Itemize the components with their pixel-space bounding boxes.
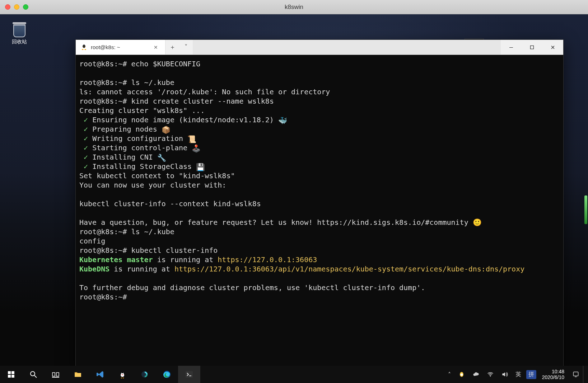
svg-rect-11 (11, 375, 14, 378)
close-button[interactable] (542, 40, 563, 55)
term-line: Creating cluster "wslk8s" ... (79, 106, 205, 115)
maximize-button[interactable] (522, 40, 542, 55)
svg-rect-8 (8, 371, 11, 374)
terminal-tab-actions: ＋ ˅ (165, 40, 193, 55)
svg-rect-14 (52, 373, 55, 376)
ime-mode-label: 拼 (528, 371, 534, 378)
svg-point-4 (82, 49, 84, 49)
term-line: kubectl cluster-info --context kind-wslk… (79, 199, 261, 208)
recycle-bin-label: 回收站 (8, 39, 31, 45)
qq-button[interactable] (111, 366, 134, 383)
term-line: root@k8s:~# ls ~/.kube (79, 78, 174, 87)
recycle-bin[interactable]: 回收站 (8, 21, 31, 45)
svg-point-2 (83, 46, 84, 46)
term-prompt: root@k8s:~# (79, 293, 131, 301)
minimize-button[interactable] (501, 40, 522, 55)
recycle-bin-icon (11, 21, 28, 37)
check-icon: ✓ (84, 153, 88, 161)
vscode-button[interactable] (89, 366, 111, 383)
tray-wifi-icon[interactable] (483, 366, 498, 383)
svg-rect-10 (8, 375, 11, 378)
start-button[interactable] (0, 366, 22, 383)
ime-mode-button[interactable]: 拼 (526, 370, 536, 379)
svg-rect-16 (52, 377, 59, 378)
taskbar-right: ˄ 英 拼 10:48 (444, 366, 588, 383)
browser-swirl-icon (140, 370, 149, 379)
wrench-icon: 🔧 (157, 153, 164, 160)
disk-icon: 💾 (196, 162, 203, 169)
ime-lang-button[interactable]: 英 (512, 366, 525, 383)
svg-rect-6 (509, 47, 513, 48)
svg-point-12 (31, 372, 35, 376)
vscode-icon (96, 370, 104, 379)
box-icon: 📦 (162, 125, 169, 132)
search-icon (29, 370, 38, 379)
terminal-body[interactable]: root@k8s:~# echo $KUBECONFIG root@k8s:~#… (76, 55, 563, 367)
clock-time: 10:48 (542, 369, 564, 374)
term-line: Have a question, bug, or feature request… (79, 218, 482, 227)
svg-point-5 (85, 49, 87, 49)
term-text: is running at (109, 265, 174, 273)
kubedns-label: KubeDNS (79, 265, 109, 273)
term-line: Installing CNI (92, 153, 153, 161)
svg-point-20 (123, 373, 123, 374)
term-line: Writing configuration (92, 134, 183, 143)
tab-dropdown-button[interactable]: ˅ (179, 43, 193, 51)
term-line: root@k8s:~# ls ~/.kube (79, 227, 174, 236)
linux-icon (81, 44, 87, 51)
taskview-button[interactable] (45, 366, 67, 383)
clock-date: 2020/6/10 (542, 374, 564, 380)
windows-icon (7, 370, 15, 379)
edge-icon (163, 370, 171, 379)
tray-onedrive-icon[interactable] (469, 366, 483, 383)
check-icon: ✓ (84, 162, 88, 171)
terminal-tab-close[interactable]: ✕ (151, 44, 160, 51)
tray-overflow-button[interactable]: ˄ (444, 366, 454, 383)
mac-titlebar: k8swin (0, 0, 588, 14)
term-line: root@k8s:~# kind create cluster --name w… (79, 97, 274, 105)
qq-small-icon (458, 371, 465, 378)
terminal-tab[interactable]: root@k8s: ~ ✕ (76, 40, 165, 55)
svg-point-26 (490, 376, 491, 377)
joystick-icon: 🕹️ (192, 144, 199, 150)
terminal-icon (185, 370, 193, 379)
term-line: Set kubectl context to "kind-wslk8s" (79, 171, 235, 180)
new-tab-button[interactable]: ＋ (165, 43, 179, 51)
edge-button[interactable] (156, 366, 178, 383)
folder-icon (74, 370, 82, 379)
term-line: root@k8s:~# kubectl cluster-info (79, 246, 218, 255)
check-icon: ✓ (84, 134, 88, 143)
term-line: ls: cannot access '/root/.kube': No such… (79, 88, 330, 96)
tab-bar-drag-area[interactable] (193, 40, 501, 55)
desktop[interactable]: 回收站 ˅ root@k8s: ~ ✕ ＋ ˅ (0, 14, 588, 366)
tray-volume-icon[interactable] (498, 366, 512, 383)
search-button[interactable] (22, 366, 45, 383)
taskbar-clock[interactable]: 10:48 2020/6/10 (538, 369, 569, 380)
svg-point-3 (84, 46, 85, 46)
svg-point-25 (460, 374, 463, 376)
taskview-icon (51, 370, 60, 379)
term-line: Installing StorageClass (92, 162, 192, 171)
mac-window-title: k8swin (0, 4, 588, 11)
svg-rect-23 (186, 371, 193, 378)
term-line: root@k8s:~# echo $KUBECONFIG (79, 60, 200, 68)
file-explorer-button[interactable] (67, 366, 89, 383)
browser-button[interactable] (134, 366, 156, 383)
right-edge-indicator (584, 195, 587, 224)
wifi-icon (487, 371, 494, 378)
svg-rect-9 (11, 371, 14, 374)
chevron-up-icon: ˄ (448, 371, 451, 378)
term-line: Ensuring node image (kindest/node:v1.18.… (92, 115, 274, 124)
taskbar: ˄ 英 拼 10:48 (0, 366, 588, 383)
svg-point-19 (121, 373, 122, 374)
svg-rect-27 (573, 372, 578, 376)
term-text: is running at (153, 255, 218, 264)
svg-rect-7 (531, 46, 534, 49)
show-desktop-button[interactable] (583, 366, 586, 383)
terminal-taskbar-button[interactable] (178, 366, 200, 383)
check-icon: ✓ (84, 125, 88, 133)
term-line: config (79, 237, 105, 245)
notification-center-button[interactable] (569, 366, 583, 383)
tray-qq-icon[interactable] (454, 366, 469, 383)
cloud-icon (472, 371, 480, 378)
